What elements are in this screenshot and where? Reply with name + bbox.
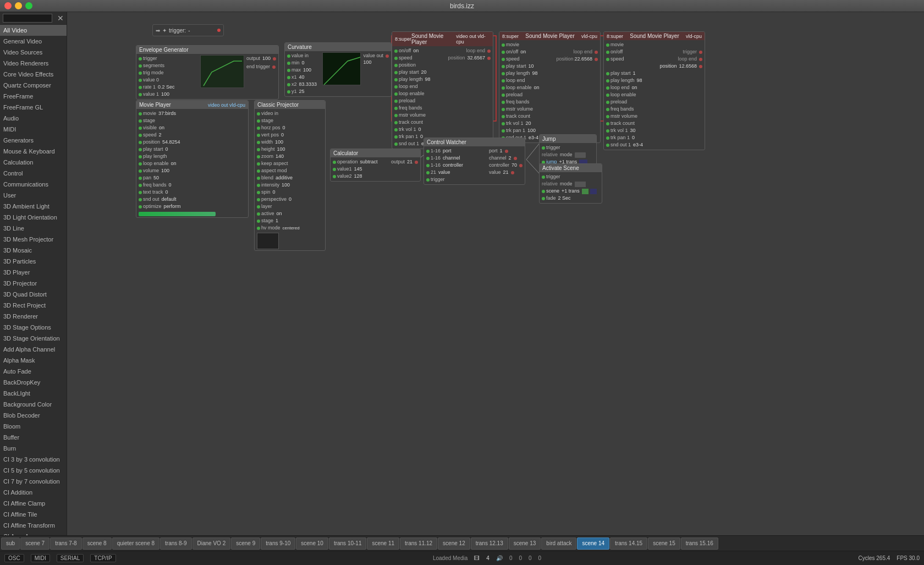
sidebar-item-add-alpha-channel[interactable]: Add Alpha Channel [0,344,67,355]
classic-projector-node[interactable]: Classic Projector video in stage horz po… [254,100,326,251]
sidebar-item-burn[interactable]: Burn [0,443,67,454]
minimize-button[interactable] [15,2,22,9]
sidebar-item-3d-mesh-projector[interactable]: 3D Mesh Projector [0,234,67,245]
smp3-ps-port [606,72,609,75]
search-input[interactable] [3,14,52,23]
sidebar-item-3d-player[interactable]: 3D Player [0,267,67,278]
scene-tab-trans-15.16[interactable]: trans 15.16 [681,537,718,550]
sidebar-item-audio[interactable]: Audio [0,113,67,124]
sidebar-item-3d-ambient-light[interactable]: 3D Ambient Light [0,201,67,212]
sidebar-item-freeframe-gl[interactable]: FreeFrame GL [0,102,67,113]
sidebar-item-3d-mosaic[interactable]: 3D Mosaic [0,245,67,256]
sidebar-item-ci-affine-tile[interactable]: CI Affine Tile [0,509,67,520]
scene-tab-trans-7-8[interactable]: trans 7-8 [50,537,81,550]
sidebar-item-3d-quad-distort[interactable]: 3D Quad Distort [0,289,67,300]
sidebar-item-3d-particles[interactable]: 3D Particles [0,256,67,267]
scene-tab-scene-9[interactable]: scene 9 [231,537,260,550]
sidebar-close-button[interactable]: ✕ [57,14,64,23]
close-button[interactable] [4,2,12,9]
sidebar-item-user[interactable]: User [0,190,67,201]
sidebar-item-3d-light-orientation[interactable]: 3D Light Orientation [0,212,67,223]
sound-movie-player-1-node[interactable]: 8:super Sound Movie Player video out vld… [392,31,493,149]
sidebar-item-ci-5-by-5-convolution[interactable]: CI 5 by 5 convolution [0,465,67,476]
maximize-button[interactable] [25,2,32,9]
sidebar-item-3d-stage-options[interactable]: 3D Stage Options [0,322,67,333]
scene-tab-scene-12[interactable]: scene 12 [438,537,470,550]
sidebar-item-3d-projector[interactable]: 3D Projector [0,278,67,289]
scene-tab-scene-7[interactable]: scene 7 [20,537,50,550]
scene-tab-scene-14[interactable]: scene 14 [577,537,609,550]
serial-pill[interactable]: SERIAL [57,554,84,562]
sidebar-item-communications[interactable]: Communications [0,179,67,190]
trigger-label: trigger: [169,28,186,34]
tcpip-pill[interactable]: TCP/IP [90,554,116,562]
scene-tab-scene-15[interactable]: scene 15 [648,537,680,550]
sidebar-item-ci-addition[interactable]: CI Addition [0,487,67,498]
sidebar-item-control[interactable]: Control [0,168,67,179]
scene-tab-quieter-scene-8[interactable]: quieter scene 8 [112,537,160,550]
sidebar-item-backdropkey[interactable]: BackDropKey [0,377,67,388]
sidebar-item-generators[interactable]: Generators [0,135,67,146]
sidebar-item-ci-3-by-3-convolution[interactable]: CI 3 by 3 convolution [0,454,67,465]
traffic-lights[interactable] [4,2,32,9]
sidebar-item-video-renderers[interactable]: Video Renderers [0,58,67,69]
smp3-speed-port [606,58,609,61]
scene-tab-bird-attack[interactable]: bird attack [541,537,576,550]
calculator-node[interactable]: Calculator operationsubtract value1145 v… [330,149,421,182]
activate-scene-node[interactable]: Activate Scene trigger relativemode scen… [539,163,602,204]
osc-pill[interactable]: OSC [4,554,24,562]
smp3-pos-val: position [659,63,676,70]
movie-player-node[interactable]: Movie Player video out vld-cpu movie37:b… [136,100,249,218]
sidebar-item-buffer[interactable]: Buffer [0,432,67,443]
sidebar-item-freeframe[interactable]: FreeFrame [0,91,67,102]
envelope-generator-node[interactable]: Envelope Generator trigger segments trig… [136,45,279,100]
scene-tab-scene-11[interactable]: scene 11 [367,537,399,550]
sidebar-item-video-sources[interactable]: Video Sources [0,47,67,58]
scene-tab-scene-8[interactable]: scene 8 [82,537,112,550]
scene-tab-trans-9-10[interactable]: trans 9-10 [261,537,295,550]
control-watcher-node[interactable]: Control Watcher 1-16port 1-16channel 1-1… [424,138,525,185]
scene-tab-scene-10[interactable]: scene 10 [296,537,328,550]
scene-tab-trans-10-11[interactable]: trans 10-11 [329,537,367,550]
sidebar-item-bloom[interactable]: Bloom [0,421,67,432]
scene-tab-scene-13[interactable]: scene 13 [509,537,541,550]
scene-tab-trans-12.13[interactable]: trans 12.13 [471,537,508,550]
sidebar-item-auto-fade[interactable]: Auto Fade [0,366,67,377]
sidebar-item-3d-line[interactable]: 3D Line [0,223,67,234]
scene-tab-diane-vo-2[interactable]: Diane VO 2 [193,537,231,550]
sidebar-item-alpha-mask[interactable]: Alpha Mask [0,355,67,366]
scene-tab-sub[interactable]: sub [1,537,20,550]
sidebar-item-general-video[interactable]: General Video [0,36,67,47]
midi-pill[interactable]: MIDI [31,554,50,562]
sidebar-item-calculation[interactable]: Calculation [0,157,67,168]
smp3-mv: mstr volume [610,113,637,120]
sidebar-item-background-color[interactable]: Background Color [0,399,67,410]
sidebar-item-mouse-&-keyboard[interactable]: Mouse & Keyboard [0,146,67,157]
sidebar-item-3d-renderer[interactable]: 3D Renderer [0,311,67,322]
sidebar-item-blob-decoder[interactable]: Blob Decoder [0,410,67,421]
sidebar-item-midi[interactable]: MIDI [0,124,67,135]
sidebar-item-all-video[interactable]: All Video [0,25,67,36]
curvature-node[interactable]: Curvature value in min0 max100 x140 x283… [284,42,392,97]
sidebar-item-ci-7-by-7-convolution[interactable]: CI 7 by 7 convolution [0,476,67,487]
as-scene-btn[interactable] [590,189,597,194]
sidebar-item-quartz-composer[interactable]: Quartz Composer [0,80,67,91]
label-trigger: trigger [143,55,157,62]
sidebar-item-ci-affine-transform[interactable]: CI Affine Transform [0,520,67,531]
scene-tab-trans-8-9[interactable]: trans 8-9 [160,537,191,550]
scene-tab-trans-11.12[interactable]: trans 11.12 [400,537,437,550]
sidebar-item-3d-rect-project[interactable]: 3D Rect Project [0,300,67,311]
smp3-le-lbl: loop end [678,56,697,63]
sidebar-item-backlight[interactable]: BackLIght [0,388,67,399]
sidebar-item-ci-area-average[interactable]: CI Area Average [0,531,67,535]
as-mode-lbl: relative [542,180,558,188]
scene-tab-trans-14.15[interactable]: trans 14.15 [610,537,647,550]
sidebar-item-core-video-effects[interactable]: Core Video Effects [0,69,67,80]
sidebar-item-3d-stage-orientation[interactable]: 3D Stage Orientation [0,333,67,344]
sidebar-item-ci-affine-clamp[interactable]: CI Affine Clamp [0,498,67,509]
sound-movie-player-2-node[interactable]: 8:super Sound Movie Player vld-cpu movie… [499,31,601,143]
canvas-area[interactable]: ➡ ✦ trigger: - Envelope Generator trigge… [67,12,924,535]
media-icon: 🎞 [474,555,480,561]
sound-movie-player-3-node[interactable]: 8:super Sound Movie Player vld-cpu movie… [603,31,705,150]
trigger-node[interactable]: ➡ ✦ trigger: - [152,24,224,36]
